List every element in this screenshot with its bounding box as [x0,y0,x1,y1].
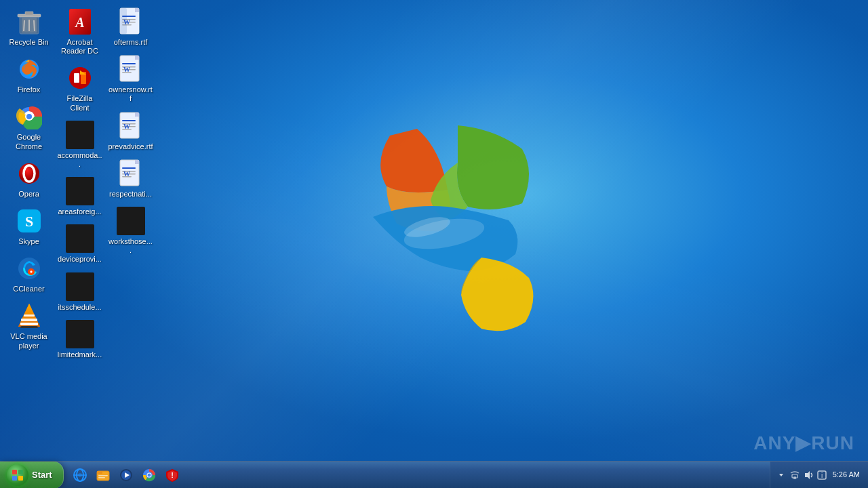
svg-rect-28 [21,319,37,321]
svg-rect-68 [122,167,136,169]
itsschedule-label: itsschedule... [58,303,101,312]
svg-text:W: W [123,123,130,130]
prevadvice-icon[interactable]: W prevadvice.rtf [105,108,156,155]
itsschedule-icon[interactable]: itsschedule... [54,268,105,316]
svg-rect-42 [135,8,139,12]
svg-rect-51 [135,56,139,60]
worksthose-icon[interactable]: worksthose.... [105,203,156,259]
taskbar-chrome-icon[interactable] [138,464,160,486]
svg-text:W: W [123,66,130,73]
svg-rect-31 [20,326,38,328]
svg-rect-12 [25,12,33,15]
svg-rect-84 [98,477,105,479]
anyrun-text: ANY▶RUN [753,432,854,454]
opera-label: Opera [18,190,39,199]
clock-time: 5:26 AM [833,470,860,480]
svg-rect-36 [74,73,79,83]
svg-rect-29 [24,314,35,317]
firefox-icon[interactable]: Firefox [3,51,54,98]
firefox-label: Firefox [18,85,41,94]
ccleaner-icon[interactable]: CCleaner [3,250,54,298]
volume-icon[interactable] [803,470,814,481]
tray-expand-icon[interactable] [776,470,787,481]
google-chrome-label: Google Chrome [6,133,52,150]
svg-point-80 [78,473,82,477]
svg-rect-52 [122,63,136,64]
svg-line-10 [34,20,35,31]
areasforeig-label: areasforeig... [58,207,101,216]
respectnati-icon[interactable]: W respectnati... [105,155,156,203]
svg-point-24 [18,258,40,279]
svg-rect-74 [18,470,23,474]
svg-text:W: W [123,18,130,26]
svg-point-90 [147,473,151,476]
areasforeig-icon[interactable]: areasforeig... [54,173,105,220]
taskbar-media-center-icon[interactable] [115,464,137,486]
deviceprovi-label: deviceprovi... [58,255,102,264]
svg-rect-67 [135,160,139,164]
vlc-label: VLC media player [6,332,52,350]
svg-rect-60 [122,120,136,121]
svg-text:!: ! [171,471,174,479]
taskbar-quick-launch: ! [66,464,186,486]
network-icon[interactable] [789,470,800,481]
svg-rect-59 [135,113,139,117]
ownersnow-icon[interactable]: W ownersnow.rtf [105,51,156,107]
google-chrome-icon[interactable]: Google Chrome [3,98,54,155]
ofterms-label: ofterms.rtf [114,38,148,47]
svg-line-8 [24,20,24,31]
svg-text:i: i [821,472,823,479]
deviceprovi-icon[interactable]: deviceprovi... [54,220,105,268]
recycle-bin-icon[interactable]: Recycle Bin [3,3,54,51]
svg-text:S: S [24,213,33,230]
acrobat-label: Acrobat Reader DC [57,38,102,56]
skype-icon[interactable]: S Skype [3,203,54,250]
taskbar-ie-icon[interactable] [69,464,91,486]
filezilla-label: FileZilla Client [57,94,102,112]
start-label: Start [32,470,52,480]
recycle-bin-label: Recycle Bin [9,38,48,47]
respectnati-label: respectnati... [109,190,152,199]
ofterms-icon[interactable]: W ofterms.rtf [105,3,156,51]
limitedmark-icon[interactable]: limitedmark... [54,316,105,363]
prevadvice-label: prevadvice.rtf [108,142,153,151]
action-center-icon[interactable]: i [816,470,827,481]
filezilla-icon[interactable]: FileZilla Client [54,60,105,116]
anyrun-watermark: ANY▶RUN [753,432,854,454]
opera-icon[interactable]: Opera [3,155,54,203]
accommoda-label: accommoda... [57,151,102,169]
svg-text:A: A [74,15,84,30]
taskbar-defender-icon[interactable]: ! [161,464,183,486]
desktop: Recycle Bin Firefox [0,0,868,488]
svg-rect-83 [98,475,108,476]
svg-rect-75 [12,476,17,481]
limitedmark-label: limitedmark... [58,350,102,359]
svg-point-35 [69,67,91,89]
svg-point-18 [26,114,32,119]
svg-rect-76 [18,476,23,481]
ccleaner-label: CCleaner [13,285,44,293]
start-orb [7,464,28,486]
accommoda-icon[interactable]: accommoda... [54,117,105,173]
svg-rect-82 [97,471,102,474]
skype-label: Skype [18,237,39,246]
ownersnow-label: ownersnow.rtf [108,85,153,103]
svg-rect-30 [20,323,38,325]
taskbar-explorer-icon[interactable] [92,464,114,486]
system-clock[interactable]: 5:26 AM [830,470,863,480]
vlc-icon[interactable]: VLC media player [3,298,54,354]
windows-logo [285,108,556,366]
system-tray: i 5:26 AM [770,462,868,488]
taskbar: Start [0,461,868,488]
svg-marker-92 [779,474,783,476]
svg-rect-73 [12,470,17,474]
worksthose-label: worksthose.... [108,237,153,255]
svg-text:W: W [123,170,130,178]
svg-marker-95 [805,471,810,479]
start-button[interactable]: Start [0,462,64,489]
acrobat-reader-icon[interactable]: A Acrobat Reader DC [54,3,105,60]
